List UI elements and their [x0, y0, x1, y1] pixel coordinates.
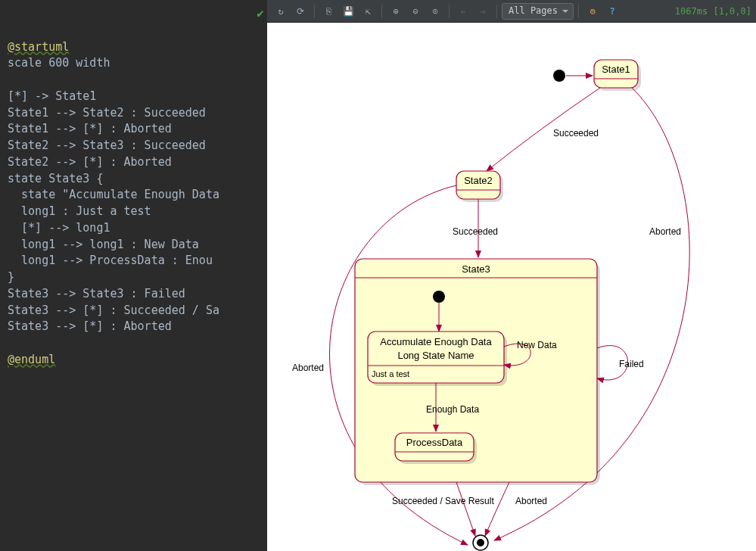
state1-label: State1: [602, 64, 630, 75]
refresh-icon[interactable]: ↻: [272, 2, 290, 20]
zoom-in-icon[interactable]: ⊕: [387, 2, 405, 20]
preview-panel: ↻ ⟳ ⎘ 💾 ⇱ ⊕ ⊖ ⊙ ⇐ ⇒ All Pages ⚙ ? 1067ms…: [267, 0, 756, 551]
accumulate-label2: Long State Name: [397, 350, 474, 361]
trans-save: Succeeded / Save Result: [392, 496, 494, 506]
trans-enough: Enough Data: [426, 404, 479, 415]
zoom-fit-icon[interactable]: ⊙: [426, 2, 444, 20]
separator: [381, 5, 382, 18]
sync-icon[interactable]: ⟳: [291, 2, 310, 20]
back-icon: ⇐: [454, 2, 472, 20]
trans-aborted: Aborted: [649, 226, 681, 237]
zoom-out-icon[interactable]: ⊖: [406, 2, 425, 20]
state-diagram: State1 Succeeded Aborted State2 Succeede…: [267, 23, 756, 551]
accumulate-label: Accumulate Enough Data: [380, 336, 492, 347]
processdata-label: ProcessData: [406, 437, 463, 448]
status-check-icon: ✔: [257, 5, 264, 22]
diagram-canvas[interactable]: State1 Succeeded Aborted State2 Succeede…: [267, 23, 756, 551]
forward-icon: ⇒: [474, 2, 492, 20]
separator: [449, 5, 450, 18]
settings-icon[interactable]: ⚙: [583, 2, 602, 20]
page-selector[interactable]: All Pages: [502, 3, 574, 20]
separator: [496, 5, 497, 18]
code-editor[interactable]: ✔ @startuml scale 600 width [*] -> State…: [0, 0, 267, 551]
export-icon[interactable]: ⇱: [359, 2, 377, 20]
trans-aborted-2: Aborted: [292, 363, 324, 373]
trans-aborted-3: Aborted: [515, 496, 547, 506]
state2-label: State2: [464, 175, 493, 186]
help-icon[interactable]: ?: [603, 2, 621, 20]
copy-icon[interactable]: ⎘: [319, 2, 338, 20]
state3-label: State3: [462, 263, 490, 275]
separator: [578, 5, 579, 18]
accumulate-sub: Just a test: [372, 369, 409, 378]
trans-succeeded: Succeeded: [553, 128, 599, 139]
initial-state-icon: [553, 70, 565, 82]
render-timing: 1067ms [1,0,0]: [675, 6, 751, 17]
svg-point-10: [477, 539, 484, 546]
trans-succeeded-2: Succeeded: [453, 226, 498, 237]
initial-inner-icon: [433, 291, 445, 303]
save-icon[interactable]: 💾: [339, 2, 357, 20]
separator: [314, 5, 315, 18]
trans-newdata: New Data: [517, 340, 557, 350]
preview-toolbar: ↻ ⟳ ⎘ 💾 ⇱ ⊕ ⊖ ⊙ ⇐ ⇒ All Pages ⚙ ? 1067ms…: [267, 0, 756, 23]
trans-failed: Failed: [619, 359, 644, 369]
